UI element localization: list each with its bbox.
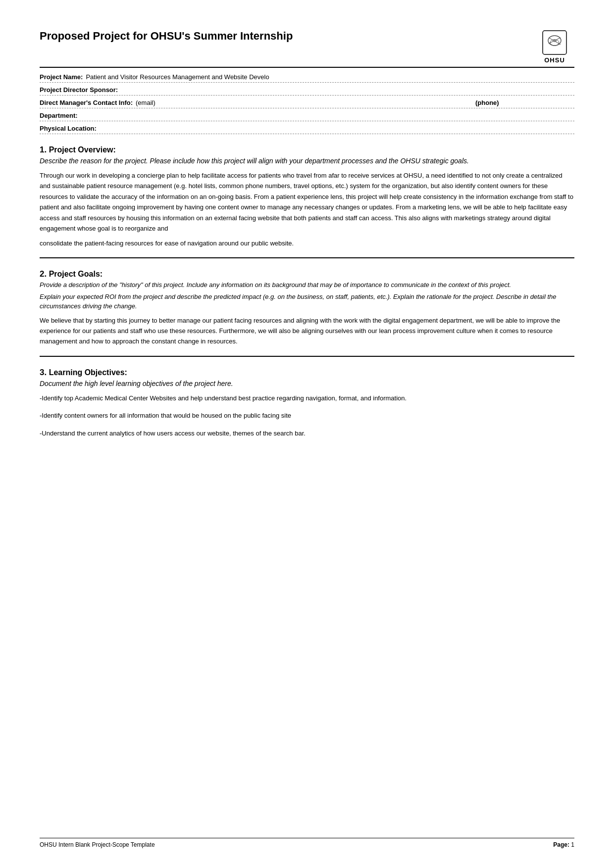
section2-divider [40, 356, 574, 357]
section1-divider [40, 257, 574, 258]
footer-page-label: Page: [553, 841, 569, 848]
footer-page-value: 1 [571, 841, 574, 848]
section3-title: Learning Objectives: [49, 368, 127, 377]
physical-location-row: Physical Location: [40, 121, 574, 134]
section3-heading: 3. Learning Objectives: Document the hig… [40, 368, 574, 389]
svg-point-5 [553, 39, 557, 42]
department-label: Department: [40, 112, 78, 119]
main-title: Proposed Project for OHSU's Summer Inter… [40, 30, 293, 43]
department-row: Department: [40, 108, 574, 121]
learning-item-2: -Identify content owners for all informa… [40, 410, 574, 421]
phone-part: (phone) [475, 99, 574, 106]
direct-manager-left: Direct Manager's Contact Info: (email) [40, 99, 475, 106]
section3-items: -Identify top Academic Medical Center We… [40, 393, 574, 438]
ohsu-logo-icon [542, 30, 567, 55]
project-name-label: Project Name: [40, 73, 83, 81]
project-name-row: Project Name: Patient and Visitor Resour… [40, 70, 574, 83]
footer-right-text: Page: 1 [553, 841, 574, 848]
footer-left-text: OHSU Intern Blank Project-Scope Template [40, 841, 155, 848]
section2-subtitle1: Provide a description of the "history" o… [40, 280, 574, 290]
ohsu-logo: OHSU [535, 30, 574, 64]
phone-label: (phone) [475, 99, 499, 106]
section-3: 3. Learning Objectives: Document the hig… [40, 368, 574, 438]
email-label: (email) [136, 99, 301, 106]
learning-item-1: -Identify top Academic Medical Center We… [40, 393, 574, 403]
section2-title: Project Goals: [49, 270, 102, 278]
section2-subtitle2: Explain your expected ROI from the proje… [40, 292, 574, 311]
section1-num: 1. [40, 145, 47, 154]
learning-item-3: -Understand the current analytics of how… [40, 428, 574, 438]
section1-subtitle: Describe the reason for the project. Ple… [40, 156, 574, 166]
section3-num: 3. [40, 368, 47, 377]
footer: OHSU Intern Blank Project-Scope Template… [40, 838, 574, 848]
physical-location-label: Physical Location: [40, 125, 97, 132]
section2-heading: 2. Project Goals: Provide a description … [40, 269, 574, 290]
section-2: 2. Project Goals: Provide a description … [40, 269, 574, 347]
section-1: 1. Project Overview: Describe the reason… [40, 145, 574, 248]
project-director-row: Project Director Sponsor: [40, 83, 574, 96]
section1-heading: 1. Project Overview: Describe the reason… [40, 145, 574, 166]
section2-body: We believe that by starting this journey… [40, 315, 574, 347]
section2-num: 2. [40, 269, 47, 279]
project-name-value: Patient and Visitor Resources Management… [86, 73, 574, 81]
section3-subtitle: Document the high level learning objecti… [40, 379, 574, 389]
section1-title: Project Overview: [49, 145, 116, 154]
header: Proposed Project for OHSU's Summer Inter… [40, 30, 574, 68]
section1-body: Through our work in developing a concier… [40, 170, 574, 234]
section1-body-overflow: consolidate the patient-facing resources… [40, 238, 574, 248]
direct-manager-row: Direct Manager's Contact Info: (email) (… [40, 96, 574, 108]
project-director-label: Project Director Sponsor: [40, 86, 118, 94]
direct-manager-label: Direct Manager's Contact Info: [40, 99, 133, 106]
svg-rect-0 [543, 31, 566, 54]
